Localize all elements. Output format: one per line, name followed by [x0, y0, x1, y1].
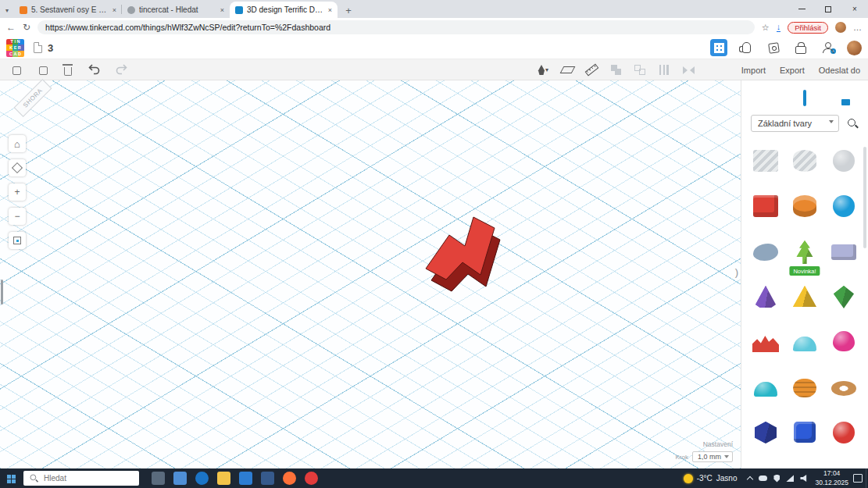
- group-button[interactable]: [609, 63, 623, 77]
- taskbar-app-firefox[interactable]: [283, 472, 296, 485]
- ruler-button[interactable]: [584, 63, 598, 77]
- shape-scribble[interactable]: [746, 239, 785, 284]
- tab-close-icon[interactable]: ×: [220, 6, 224, 14]
- shape-sphere[interactable]: [824, 194, 863, 239]
- taskbar-search[interactable]: [23, 471, 139, 486]
- blocks-view-button[interactable]: [710, 39, 727, 56]
- copy-button[interactable]: [8, 62, 22, 77]
- grid-settings-label[interactable]: Nastavení: [703, 440, 733, 448]
- taskbar-app-file-explorer[interactable]: [217, 472, 230, 485]
- close-button[interactable]: ×: [841, 0, 868, 18]
- import-button[interactable]: Import: [741, 66, 766, 75]
- shape-meta-sphere[interactable]: [824, 420, 863, 465]
- shape-pyramid[interactable]: [785, 284, 824, 329]
- onedrive-icon[interactable]: [759, 476, 767, 481]
- taskbar-clock[interactable]: 17:04 30.12.2025: [815, 469, 848, 486]
- ruler-panel-button[interactable]: [803, 91, 806, 105]
- shape-terrain[interactable]: [746, 329, 785, 375]
- workplane-button[interactable]: [560, 63, 574, 77]
- back-icon[interactable]: ←: [6, 23, 16, 32]
- taskbar-app-edge[interactable]: [195, 472, 209, 485]
- action-center-icon[interactable]: [853, 474, 863, 483]
- ungroup-button[interactable]: [633, 63, 647, 77]
- shape-box-hole[interactable]: [746, 148, 785, 194]
- shape-box[interactable]: [746, 194, 785, 239]
- shape-category-select[interactable]: Základní tvary: [751, 115, 839, 132]
- tab-close-icon[interactable]: ×: [113, 6, 116, 14]
- tools-button[interactable]: [765, 39, 782, 56]
- minimize-button[interactable]: [788, 0, 815, 18]
- taskbar-app-opera[interactable]: [305, 472, 318, 485]
- mirror-button[interactable]: [681, 63, 695, 77]
- tinkercad-logo[interactable]: TIN KER CAD: [6, 39, 24, 57]
- viewport-canvas[interactable]: SHORA + − ) Nastavení Krok 1,0 mm: [0, 80, 741, 468]
- export-button[interactable]: Export: [780, 66, 805, 75]
- shape-half-sphere[interactable]: [746, 375, 785, 420]
- shape-cube-rounded[interactable]: [785, 420, 824, 465]
- taskbar-app-task-view[interactable]: [152, 472, 165, 485]
- duplicate-button[interactable]: [34, 62, 48, 77]
- browser-tab-active[interactable]: 3D design Terrific Densor-Gaaris ×: [230, 2, 338, 18]
- fit-view-button[interactable]: [9, 232, 26, 249]
- zoom-in-button[interactable]: +: [9, 183, 26, 201]
- snap-grid-select[interactable]: 1,0 mm: [692, 451, 733, 462]
- maximize-button[interactable]: [815, 0, 841, 18]
- shape-round-roof[interactable]: [785, 329, 824, 375]
- taskbar-search-input[interactable]: [44, 474, 122, 483]
- shape-sphere-stack[interactable]: [785, 375, 824, 420]
- delete-button[interactable]: [61, 62, 75, 77]
- shape-polygon[interactable]: [746, 420, 785, 465]
- volume-icon[interactable]: [800, 475, 809, 482]
- sidebar-collapse-handle[interactable]: ): [735, 266, 738, 278]
- new-tab-button[interactable]: +: [341, 2, 356, 18]
- hidden-icons-chevron[interactable]: [747, 476, 753, 483]
- undo-button[interactable]: [88, 62, 102, 77]
- network-icon[interactable]: [786, 475, 794, 482]
- shape-cone[interactable]: [746, 284, 785, 329]
- tab-search-chevron-icon[interactable]: ▾: [0, 2, 14, 18]
- downloads-icon[interactable]: ↓: [777, 23, 781, 32]
- zoom-out-button[interactable]: −: [9, 208, 26, 225]
- start-button[interactable]: [0, 468, 22, 488]
- url-input[interactable]: [45, 23, 747, 32]
- taskbar-app-widgets[interactable]: [173, 472, 187, 485]
- home-view-button[interactable]: [9, 135, 26, 152]
- browser-profile-avatar[interactable]: [835, 22, 846, 33]
- browser-tab-2[interactable]: tincercat - Hledat ×: [122, 2, 230, 18]
- browser-menu-icon[interactable]: …: [853, 23, 862, 32]
- sidebar-scrollbar[interactable]: [863, 147, 866, 248]
- signin-button[interactable]: Přihlásit: [788, 22, 828, 34]
- shape-sphere-hole[interactable]: [824, 148, 863, 194]
- tab-close-icon[interactable]: ×: [328, 6, 332, 14]
- shape-torus-flat[interactable]: [824, 375, 863, 420]
- security-icon[interactable]: [773, 475, 780, 483]
- refresh-icon[interactable]: ↻: [23, 23, 30, 32]
- pan-tool-button[interactable]: [738, 39, 755, 56]
- taskbar-app-store[interactable]: [239, 472, 252, 485]
- shape-torus-thick[interactable]: [824, 329, 863, 375]
- taskbar-app-mail[interactable]: [261, 472, 274, 485]
- design-title[interactable]: 3: [48, 42, 53, 54]
- shape-cylinder-hole[interactable]: [785, 148, 824, 194]
- library-button[interactable]: [792, 39, 809, 56]
- chevron-down-icon[interactable]: ▾: [545, 67, 548, 73]
- account-avatar[interactable]: [847, 41, 862, 55]
- browser-tab-1[interactable]: 5. Sestavení osy E (extruder) | Prus… ×: [14, 2, 122, 18]
- left-panel-handle[interactable]: [1, 280, 3, 305]
- shape-icosahedron[interactable]: [824, 284, 863, 329]
- favorites-star-icon[interactable]: ☆: [762, 23, 770, 32]
- color-button[interactable]: ▾: [536, 63, 550, 77]
- shape-text[interactable]: [824, 239, 863, 284]
- shape-tree[interactable]: Novinka!: [785, 239, 824, 284]
- orientation-button[interactable]: [9, 159, 26, 176]
- search-icon[interactable]: [847, 118, 859, 130]
- align-button[interactable]: [657, 63, 671, 77]
- send-to-button[interactable]: Odeslat do: [819, 66, 860, 75]
- shape-cylinder[interactable]: [785, 194, 824, 239]
- redo-button[interactable]: [114, 62, 128, 77]
- model-shape[interactable]: [416, 211, 512, 303]
- weather-widget[interactable]: -3°C Jasno: [684, 474, 738, 483]
- invite-button[interactable]: +: [820, 39, 837, 56]
- url-pill[interactable]: [38, 20, 755, 34]
- view-cube-top[interactable]: SHORA: [14, 79, 52, 117]
